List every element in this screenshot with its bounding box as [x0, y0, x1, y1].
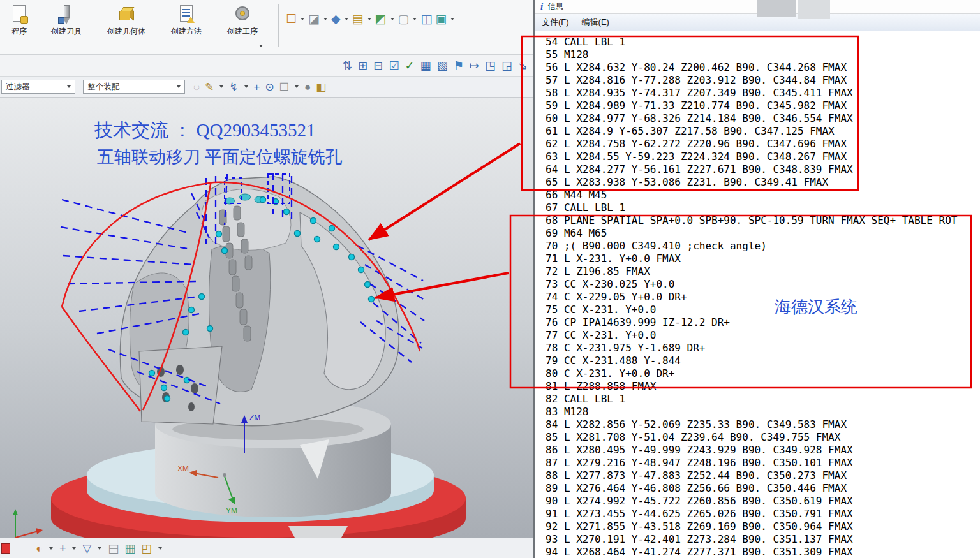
background-window-fragment	[798, 0, 830, 19]
dropdown-caret-icon[interactable]	[368, 18, 371, 20]
map-to-icon[interactable]: ↦	[469, 59, 480, 73]
info-titlebar[interactable]: i 信息	[535, 0, 980, 14]
menu-edit[interactable]: 编辑(E)	[582, 17, 609, 28]
create-operation-icon	[232, 3, 253, 25]
bottom-tools: ◐+▽▤▦◰	[35, 541, 163, 555]
corner-ne-icon[interactable]: ◳	[484, 59, 496, 73]
ribbon-label: 创建几何体	[107, 26, 145, 37]
dropdown-caret-icon[interactable]	[450, 18, 454, 20]
code-line: 58 L X284.935 Y-74.317 Z207.349 B90. C34…	[546, 87, 980, 99]
pattern-grid-icon[interactable]: ▦	[420, 59, 432, 73]
filter-combo-value: 过滤器	[6, 82, 30, 92]
render-sphere-icon[interactable]: ◐	[35, 541, 43, 555]
funnel-icon[interactable]: ▽	[82, 541, 92, 555]
grid-minus-icon[interactable]: ⊟	[373, 59, 383, 73]
dropdown-caret-icon[interactable]	[323, 18, 327, 20]
menu-file[interactable]: 文件(F)	[542, 17, 569, 28]
chevron-down-icon	[67, 85, 71, 88]
dropdown-caret-icon[interactable]	[295, 85, 299, 88]
ribbon-item-create-method[interactable]: 创建方法	[158, 0, 214, 37]
dropdown-caret-icon[interactable]	[98, 547, 101, 550]
plus-icon[interactable]: +	[253, 80, 261, 94]
open-folder-icon[interactable]: ▤	[352, 11, 364, 26]
box-corner-icon[interactable]: ◰	[140, 541, 152, 555]
corner-se-icon[interactable]: ◲	[501, 59, 513, 73]
toolbar-separator	[278, 4, 279, 47]
ribbon-item-program[interactable]: 程序	[0, 0, 38, 37]
create-tool-icon	[56, 3, 77, 25]
check-icon[interactable]: ✓	[405, 59, 415, 73]
code-line: 61 L X284.9 Y-65.307 Z217.58 B90. C347.1…	[546, 125, 980, 138]
ribbon-dropdown-caret-icon[interactable]	[259, 45, 263, 47]
assembly-scope-combo[interactable]: 整个装配	[83, 80, 185, 94]
code-line: 90 L X274.992 Y-45.722 Z260.856 B90. C35…	[546, 495, 980, 508]
code-line: 55 M128	[546, 48, 980, 61]
code-line: 69 M64 M65	[546, 227, 980, 240]
dropdown-caret-icon[interactable]	[219, 85, 223, 88]
half-cube-icon[interactable]: ◧	[315, 80, 327, 94]
ribbon-label: 创建工序	[227, 26, 258, 37]
system-note: 海德汉系统	[775, 296, 858, 318]
ribbon-item-create-geometry[interactable]: 创建几何体	[94, 0, 158, 37]
snap-up-down-icon[interactable]: ⇅	[342, 59, 353, 73]
shaded-cube-icon[interactable]: ◆	[330, 11, 341, 26]
code-line: 93 L X270.191 Y-42.401 Z273.284 B90. C35…	[546, 533, 980, 546]
filter-combo[interactable]: 过滤器	[1, 80, 75, 94]
ribbon-label: 程序	[11, 26, 27, 37]
fit-selection-box-icon[interactable]: ☐	[285, 11, 297, 26]
window-split-icon[interactable]: ◫	[420, 11, 433, 26]
move-cross-icon[interactable]: +	[59, 541, 67, 555]
secondary-toolbar: ⇅⊞⊟☑✓▦▧⚑↦◳◲⇘	[0, 55, 533, 77]
code-line: 73 CC X-230.025 Y+0.0	[546, 278, 980, 291]
clipboard-icon[interactable]: ▤	[107, 541, 119, 555]
lightning-icon[interactable]: ↯	[228, 80, 239, 94]
code-line: 59 L X284.989 Y-71.33 Z210.774 B90. C345…	[546, 99, 980, 112]
dropdown-caret-icon[interactable]	[72, 547, 76, 550]
code-line: 86 L X280.495 Y-49.999 Z243.929 B90. C34…	[546, 444, 980, 457]
dropdown-caret-icon[interactable]	[49, 547, 53, 550]
assembly-scope-value: 整个装配	[87, 82, 119, 92]
code-line: 62 L X284.758 Y-62.272 Z220.96 B90. C347…	[546, 138, 980, 151]
code-line: 67 CALL LBL 1	[546, 202, 980, 214]
graphics-viewport[interactable]: ZM XM YM 技术交流 ： QQ2903453521	[0, 98, 533, 538]
empty-frame-icon[interactable]: ▢	[397, 11, 410, 26]
ribbon-item-create-tool[interactable]: 创建刀具	[38, 0, 94, 37]
dropdown-caret-icon[interactable]	[158, 547, 162, 550]
code-line: 63 L X284.55 Y-59.223 Z224.324 B90. C348…	[546, 151, 980, 163]
pencil-icon[interactable]: ✎	[204, 80, 214, 94]
assembly-boxes-icon[interactable]: ◩	[375, 11, 387, 26]
sphere-icon[interactable]: ●	[304, 80, 311, 94]
code-line: 70 ;( B90.000 C349.410 ;check angle)	[546, 240, 980, 253]
arrow-se-icon[interactable]: ⇘	[517, 59, 528, 73]
code-line: 82 CALL LBL 1	[546, 393, 980, 406]
create-geometry-icon	[115, 3, 137, 25]
section-view-icon[interactable]: ◪	[308, 11, 320, 26]
selection-toolbar: 过滤器 整个装配 ◌✎↯+⊙☐●◧	[0, 77, 533, 98]
code-line: 91 L X273.455 Y-44.625 Z265.026 B90. C35…	[546, 508, 980, 520]
dropdown-caret-icon[interactable]	[390, 18, 394, 20]
new-view-window-icon[interactable]: ▣	[434, 11, 447, 26]
red-swatch	[1, 543, 10, 554]
hatch-icon[interactable]: ▧	[436, 59, 449, 73]
grid-plus-icon[interactable]: ⊞	[357, 59, 368, 73]
refresh-circle-icon[interactable]: ◌	[193, 80, 200, 94]
ribbon-item-create-operation[interactable]: 创建工序	[214, 0, 271, 37]
ribbon-toolbar: 程序 创建刀具 创建几何体 创建方法 创建工序 ☐◪◆▤◩▢◫▣	[0, 0, 533, 55]
axis-label-x: XM	[177, 464, 189, 473]
dashed-frame-icon[interactable]: ☐	[279, 80, 290, 94]
code-line: 66 M44 M45	[546, 189, 980, 202]
code-line: 72 L Z196.85 FMAX	[546, 265, 980, 278]
flag-icon[interactable]: ⚑	[453, 59, 464, 73]
layers-icon[interactable]: ▦	[124, 541, 136, 555]
target-circle-icon[interactable]: ⊙	[265, 80, 275, 94]
checkbox-icon[interactable]: ☑	[388, 59, 399, 73]
dropdown-caret-icon[interactable]	[244, 85, 248, 88]
code-line: 71 L X-231. Y+0.0 FMAX	[546, 253, 980, 265]
dropdown-caret-icon[interactable]	[345, 18, 348, 20]
code-line: 87 L X279.216 Y-48.947 Z248.196 B90. C35…	[546, 457, 980, 469]
code-line: 92 L X271.855 Y-43.518 Z269.169 B90. C35…	[546, 520, 980, 533]
chevron-down-icon	[177, 85, 181, 88]
dropdown-caret-icon[interactable]	[301, 18, 304, 20]
code-line: 68 PLANE SPATIAL SPA+0.0 SPB+90. SPC-10.…	[546, 214, 980, 227]
dropdown-caret-icon[interactable]	[413, 18, 417, 20]
